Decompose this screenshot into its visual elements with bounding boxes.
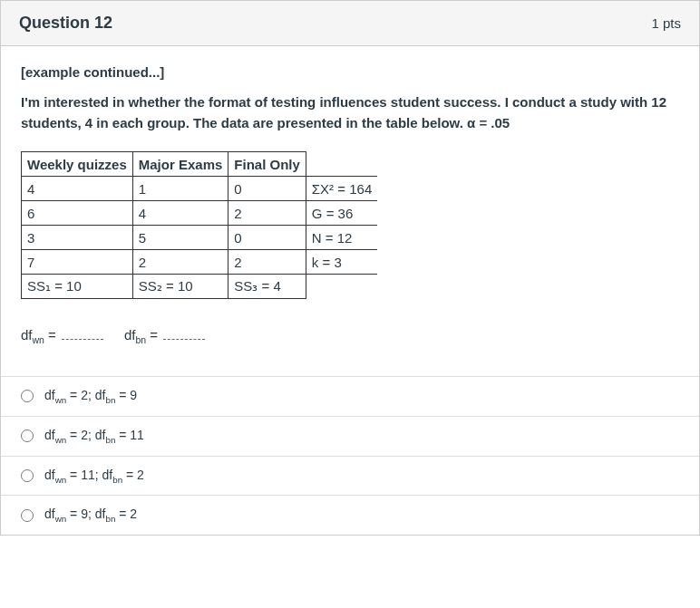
choice-text: dfwn = 11; dfbn = 2 [44, 468, 144, 485]
ss-cell: SS₃ = 4 [228, 275, 306, 299]
col-header: Major Exams [132, 152, 228, 177]
question-header: Question 12 1 pts [1, 1, 699, 46]
cell: 2 [228, 201, 306, 226]
radio-icon[interactable] [21, 390, 34, 402]
radio-icon[interactable] [21, 509, 34, 522]
answer-choice[interactable]: dfwn = 11; dfbn = 2 [1, 457, 699, 497]
answer-choice[interactable]: dfwn = 9; dfbn = 2 [1, 496, 699, 535]
stat-cell: G = 36 [306, 201, 377, 226]
radio-icon[interactable] [21, 469, 34, 482]
question-body: [example continued...] I'm interested in… [1, 46, 699, 376]
cell: 6 [22, 201, 133, 226]
df-label: dfbn [124, 327, 146, 343]
table-header-row: Weekly quizzes Major Exams Final Only [22, 152, 378, 177]
blank [62, 326, 103, 340]
prompt-main: I'm interested in whether the format of … [21, 92, 679, 133]
question-points: 1 pts [651, 15, 681, 31]
radio-icon[interactable] [21, 429, 34, 442]
answer-choice[interactable]: dfwn = 2; dfbn = 9 [1, 377, 699, 417]
cell: 2 [132, 250, 228, 275]
cell: 7 [22, 250, 133, 275]
stat-cell: ΣX² = 164 [306, 177, 377, 201]
answer-choice[interactable]: dfwn = 2; dfbn = 11 [1, 417, 699, 457]
col-header: Weekly quizzes [22, 152, 133, 177]
fill-in-prompt: dfwn = dfbn = [21, 326, 679, 345]
table-row: 4 1 0 ΣX² = 164 [22, 177, 378, 201]
stat-cell: N = 12 [306, 226, 377, 250]
table-row: 3 5 0 N = 12 [22, 226, 378, 250]
table-row: 6 4 2 G = 36 [22, 201, 378, 226]
question-container: Question 12 1 pts [example continued...]… [0, 0, 700, 536]
cell: 5 [132, 226, 228, 250]
cell: 4 [132, 201, 228, 226]
ss-row: SS₁ = 10 SS₂ = 10 SS₃ = 4 [22, 275, 378, 299]
choice-text: dfwn = 2; dfbn = 9 [44, 388, 137, 405]
cell: 3 [22, 226, 133, 250]
answer-choices: dfwn = 2; dfbn = 9 dfwn = 2; dfbn = 11 d… [1, 376, 699, 535]
df-label: dfwn [21, 327, 44, 343]
cell: 4 [22, 177, 133, 201]
cell: 0 [228, 226, 306, 250]
blank [163, 326, 205, 340]
ss-cell: SS₁ = 10 [22, 275, 133, 299]
cell: 2 [228, 250, 306, 275]
stat-cell: k = 3 [306, 250, 377, 275]
col-header: Final Only [228, 152, 306, 177]
ss-cell: SS₂ = 10 [132, 275, 228, 299]
choice-text: dfwn = 9; dfbn = 2 [44, 507, 137, 524]
choice-text: dfwn = 2; dfbn = 11 [44, 428, 144, 445]
question-title: Question 12 [19, 14, 112, 33]
prompt-sub: [example continued...] [21, 64, 679, 80]
cell: 1 [132, 177, 228, 201]
table-row: 7 2 2 k = 3 [22, 250, 378, 275]
data-table: Weekly quizzes Major Exams Final Only 4 … [21, 151, 377, 299]
cell: 0 [228, 177, 306, 201]
